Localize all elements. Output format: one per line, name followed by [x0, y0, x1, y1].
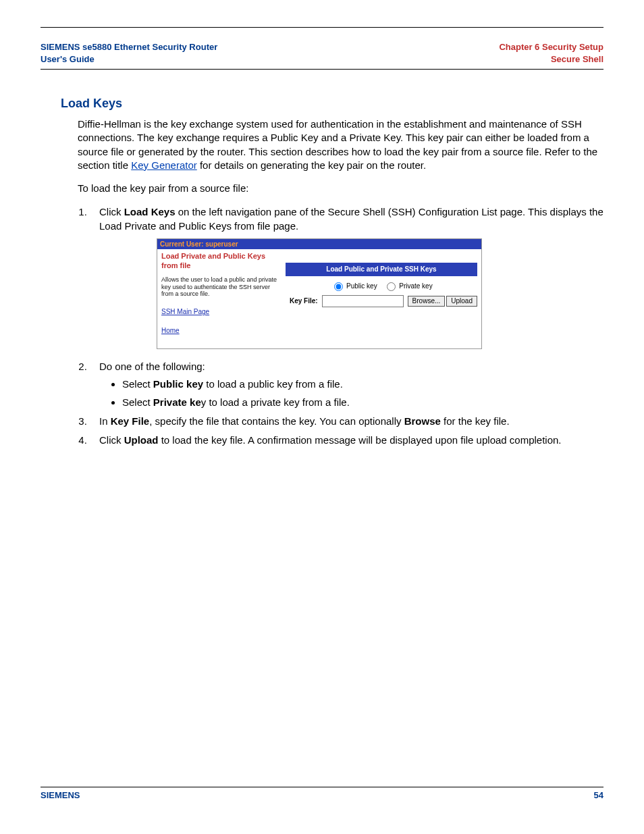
ss-keyfile-input[interactable]	[322, 295, 404, 307]
ss-panel-title: Load Public and Private SSH Keys	[286, 263, 477, 276]
page-footer: SIEMENS 54	[41, 787, 603, 800]
header-right: Chapter 6 Security Setup Secure Shell	[499, 41, 603, 65]
section-title: Load Keys	[61, 97, 603, 111]
ss-left-desc: Allows the user to load a public and pri…	[161, 276, 281, 298]
ss-keyfile-label: Key File:	[290, 296, 318, 306]
ss-private-option[interactable]: Private key	[387, 282, 432, 290]
step3-pre: In	[99, 415, 111, 427]
footer-brand: SIEMENS	[41, 790, 80, 800]
step2b1-post: to load a public key from a file.	[203, 378, 343, 390]
step2b1-bold: Public key	[153, 378, 203, 390]
page-header: SIEMENS se5880 Ethernet Security Router …	[41, 28, 603, 69]
step3-bold1: Key File	[111, 415, 150, 427]
step2-bullet-2: Select Private key to load a private key…	[122, 396, 603, 409]
ss-public-label: Public key	[346, 282, 377, 290]
step2-bullet-1: Select Public key to load a public key f…	[122, 377, 603, 391]
step1-bold: Load Keys	[124, 206, 176, 217]
ss-radio-row: Public key Private key	[286, 276, 481, 295]
step3-mid: , specify the file that contains the key…	[149, 415, 404, 427]
ss-public-option[interactable]: Public key	[334, 282, 377, 290]
step-3: In Key File, specify the file that conta…	[90, 415, 603, 428]
header-left: SIEMENS se5880 Ethernet Security Router …	[41, 41, 217, 65]
ss-left-panel: Load Private and Public Keys from file A…	[157, 249, 286, 348]
page: SIEMENS se5880 Ethernet Security Router …	[0, 0, 644, 834]
intro-paragraph: Diffie-Hellman is the key exchange syste…	[78, 118, 600, 172]
step2b2-pre: Select	[122, 396, 153, 408]
ss-right-panel: Load Public and Private SSH Keys Public …	[286, 249, 481, 348]
intro-post: for details on generating the key pair o…	[197, 159, 426, 171]
browse-button[interactable]: Browse...	[408, 296, 446, 307]
header-section: Secure Shell	[499, 53, 603, 66]
ss-private-radio[interactable]	[387, 282, 396, 291]
step2-bullets: Select Public key to load a public key f…	[115, 377, 603, 409]
ss-link-ssh-main[interactable]: SSH Main Page	[161, 307, 281, 317]
ss-body: Load Private and Public Keys from file A…	[157, 249, 481, 348]
header-rule-bottom	[41, 69, 603, 70]
step-4: Click Upload to load the key file. A con…	[90, 434, 603, 447]
footer-page-number: 54	[594, 790, 603, 800]
footer-row: SIEMENS 54	[41, 787, 603, 800]
ss-current-user: Current User: superuser	[157, 239, 481, 250]
embedded-screenshot: Current User: superuser Load Private and…	[157, 238, 482, 349]
upload-button[interactable]: Upload	[446, 296, 477, 307]
header-product: SIEMENS se5880 Ethernet Security Router	[41, 41, 217, 53]
step4-post: to load the key file. A confirmation mes…	[159, 434, 562, 446]
step4-bold: Upload	[124, 434, 159, 446]
ss-left-title: Load Private and Public Keys from file	[161, 252, 281, 271]
ss-public-radio[interactable]	[334, 282, 343, 291]
ss-link-home[interactable]: Home	[161, 326, 281, 336]
ss-keyfile-row: Key File: Browse... Upload	[286, 295, 481, 311]
step3-bold2: Browse	[404, 415, 441, 427]
step3-post: for the key file.	[441, 415, 510, 427]
step4-pre: Click	[99, 434, 124, 446]
step2b2-post: y to load a private key from a file.	[201, 396, 350, 408]
step2b1-pre: Select	[122, 378, 153, 390]
step-1: Click Load Keys on the left navigation p…	[90, 205, 603, 349]
step-2: Do one of the following: Select Public k…	[90, 360, 603, 409]
step2b2-bold: Private ke	[153, 396, 201, 408]
step1-post: on the left navigation pane of the Secur…	[99, 206, 603, 231]
header-chapter: Chapter 6 Security Setup	[499, 41, 603, 53]
header-guide: User's Guide	[41, 53, 217, 66]
ss-private-label: Private key	[399, 282, 432, 290]
step2-intro: Do one of the following:	[99, 361, 205, 372]
lead-text: To load the key pair from a source file:	[78, 182, 600, 195]
key-generator-link[interactable]: Key Generator	[131, 159, 197, 171]
steps-list: Click Load Keys on the left navigation p…	[78, 205, 603, 447]
step1-pre: Click	[99, 206, 124, 217]
